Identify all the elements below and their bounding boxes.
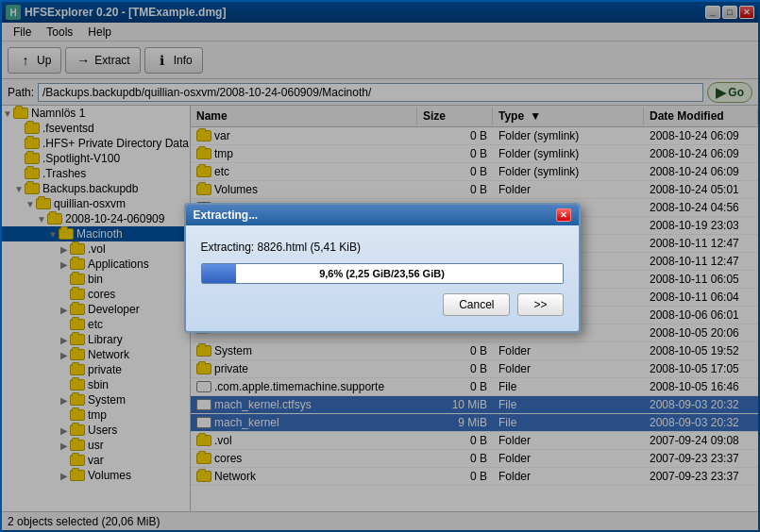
skip-button[interactable]: >> <box>517 293 563 316</box>
extract-dialog: Extracting... ✕ Extracting: 8826.html (5… <box>184 203 581 333</box>
dialog-body: Extracting: 8826.html (5,41 KiB) 9,6% (2… <box>186 225 579 331</box>
progress-text: 9,6% (2,25 GiB/23,56 GiB) <box>202 264 563 283</box>
progress-bar: 9,6% (2,25 GiB/23,56 GiB) <box>201 263 564 284</box>
dialog-title: Extracting... <box>194 208 259 222</box>
modal-overlay: Extracting... ✕ Extracting: 8826.html (5… <box>2 2 760 532</box>
dialog-title-bar: Extracting... ✕ <box>186 205 579 225</box>
cancel-button[interactable]: Cancel <box>443 293 510 316</box>
dialog-close-button[interactable]: ✕ <box>556 208 571 222</box>
extracting-label: Extracting: 8826.html (5,41 KiB) <box>201 241 564 254</box>
dialog-buttons: Cancel >> <box>201 293 564 316</box>
